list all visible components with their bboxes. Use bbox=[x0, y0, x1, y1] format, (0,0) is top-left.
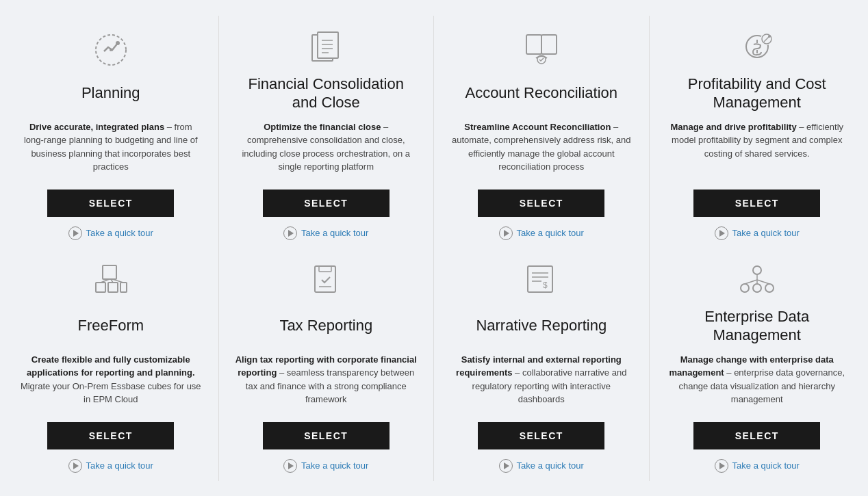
quick-tour-link-profitability[interactable]: Take a quick tour bbox=[715, 226, 800, 240]
card-title-account-reconciliation: Account Reconciliation bbox=[465, 75, 617, 112]
card-desc-financial-consolidation: Optimize the financial close – comprehen… bbox=[234, 120, 419, 179]
play-circle-icon-financial-consolidation bbox=[283, 226, 297, 240]
play-circle-icon-enterprise-data bbox=[715, 459, 728, 473]
svg-point-1 bbox=[116, 41, 120, 45]
card-title-planning: Planning bbox=[81, 75, 140, 112]
quick-tour-link-enterprise-data[interactable]: Take a quick tour bbox=[715, 459, 800, 473]
quick-tour-label-financial-consolidation: Take a quick tour bbox=[301, 228, 368, 238]
freeform-icon bbox=[87, 261, 135, 302]
quick-tour-label-planning: Take a quick tour bbox=[86, 228, 153, 238]
svg-rect-4 bbox=[318, 32, 338, 58]
card-title-profitability: Profitability and Cost Management bbox=[665, 75, 850, 112]
financial-icon bbox=[302, 28, 350, 69]
enterprise-icon bbox=[733, 261, 781, 302]
svg-point-35 bbox=[741, 284, 749, 292]
card-profitability: Profitability and Cost Management Manage… bbox=[650, 16, 865, 248]
svg-rect-27 bbox=[319, 266, 331, 272]
card-title-financial-consolidation: Financial Consolidation and Close bbox=[234, 75, 419, 112]
quick-tour-link-tax-reporting[interactable]: Take a quick tour bbox=[283, 459, 368, 473]
select-button-planning[interactable]: SELECT bbox=[47, 190, 174, 217]
play-triangle-icon-tax-reporting bbox=[288, 462, 294, 469]
svg-line-39 bbox=[745, 280, 757, 284]
card-desc-planning: Drive accurate, integrated plans – from … bbox=[18, 120, 203, 179]
card-enterprise-data: Enterprise Data Management Manage change… bbox=[650, 248, 865, 481]
play-triangle-icon-profitability bbox=[719, 230, 725, 237]
quick-tour-link-account-reconciliation[interactable]: Take a quick tour bbox=[499, 226, 584, 240]
svg-rect-29 bbox=[528, 266, 552, 292]
profitability-icon bbox=[733, 28, 781, 69]
card-account-reconciliation: Account Reconciliation Streamline Accoun… bbox=[434, 16, 650, 248]
play-circle-icon-freeform bbox=[68, 459, 82, 473]
quick-tour-label-narrative-reporting: Take a quick tour bbox=[517, 460, 584, 471]
svg-point-37 bbox=[765, 284, 774, 292]
card-desc-narrative-reporting: Satisfy internal and external reporting … bbox=[449, 353, 634, 411]
svg-point-34 bbox=[753, 266, 761, 274]
card-freeform: FreeForm Create flexible and fully custo… bbox=[3, 248, 219, 481]
card-desc-profitability: Manage and drive profitability – efficie… bbox=[665, 120, 850, 179]
select-button-freeform[interactable]: SELECT bbox=[47, 422, 174, 449]
svg-point-18 bbox=[768, 35, 771, 38]
select-button-profitability[interactable]: SELECT bbox=[693, 190, 820, 217]
svg-rect-21 bbox=[108, 283, 118, 292]
select-button-tax-reporting[interactable]: SELECT bbox=[263, 422, 390, 449]
card-desc-account-reconciliation: Streamline Account Reconciliation – auto… bbox=[449, 120, 634, 179]
play-triangle-icon-financial-consolidation bbox=[288, 230, 294, 237]
quick-tour-link-financial-consolidation[interactable]: Take a quick tour bbox=[283, 226, 368, 240]
svg-point-2 bbox=[110, 49, 112, 51]
svg-rect-26 bbox=[315, 266, 335, 292]
play-triangle-icon-account-reconciliation bbox=[504, 230, 509, 237]
quick-tour-label-tax-reporting: Take a quick tour bbox=[301, 460, 368, 471]
svg-rect-22 bbox=[120, 283, 127, 292]
play-triangle-icon-narrative-reporting bbox=[504, 462, 509, 469]
svg-line-40 bbox=[757, 280, 769, 284]
play-circle-icon-tax-reporting bbox=[283, 459, 297, 473]
product-grid: Planning Drive accurate, integrated plan… bbox=[0, 9, 868, 488]
card-title-freeform: FreeForm bbox=[77, 307, 144, 345]
quick-tour-label-freeform: Take a quick tour bbox=[86, 460, 153, 471]
svg-rect-9 bbox=[526, 35, 541, 54]
select-button-account-reconciliation[interactable]: SELECT bbox=[478, 190, 604, 217]
card-desc-enterprise-data: Manage change with enterprise data manag… bbox=[665, 353, 850, 411]
play-triangle-icon-freeform bbox=[73, 462, 79, 469]
play-triangle-icon-planning bbox=[73, 230, 79, 237]
card-financial-consolidation: Financial Consolidation and Close Optimi… bbox=[219, 16, 435, 248]
play-circle-icon-profitability bbox=[715, 226, 728, 240]
quick-tour-link-planning[interactable]: Take a quick tour bbox=[68, 226, 153, 240]
select-button-narrative-reporting[interactable]: SELECT bbox=[478, 422, 604, 449]
narrative-icon: $ bbox=[518, 261, 565, 302]
reconciliation-icon bbox=[518, 28, 565, 69]
card-planning: Planning Drive accurate, integrated plan… bbox=[3, 16, 219, 248]
card-title-tax-reporting: Tax Reporting bbox=[279, 307, 372, 345]
quick-tour-label-enterprise-data: Take a quick tour bbox=[732, 460, 800, 471]
card-tax-reporting: Tax Reporting Align tax reporting with c… bbox=[219, 248, 435, 481]
svg-rect-19 bbox=[103, 265, 116, 279]
play-triangle-icon-enterprise-data bbox=[719, 462, 725, 469]
card-desc-freeform: Create flexible and fully customizable a… bbox=[18, 353, 203, 411]
quick-tour-link-freeform[interactable]: Take a quick tour bbox=[68, 459, 153, 473]
play-circle-icon-narrative-reporting bbox=[499, 459, 513, 473]
card-desc-tax-reporting: Align tax reporting with corporate finan… bbox=[234, 353, 419, 411]
tax-icon bbox=[302, 261, 350, 302]
svg-text:$: $ bbox=[543, 280, 548, 290]
svg-rect-10 bbox=[541, 35, 557, 54]
card-narrative-reporting: $ Narrative Reporting Satisfy internal a… bbox=[434, 248, 650, 481]
select-button-enterprise-data[interactable]: SELECT bbox=[693, 422, 820, 449]
svg-point-36 bbox=[753, 284, 761, 292]
card-title-narrative-reporting: Narrative Reporting bbox=[476, 307, 607, 345]
quick-tour-label-account-reconciliation: Take a quick tour bbox=[517, 228, 584, 238]
quick-tour-link-narrative-reporting[interactable]: Take a quick tour bbox=[499, 459, 584, 473]
select-button-financial-consolidation[interactable]: SELECT bbox=[263, 190, 390, 217]
svg-rect-20 bbox=[96, 283, 105, 292]
play-circle-icon-account-reconciliation bbox=[499, 226, 513, 240]
play-circle-icon-planning bbox=[68, 226, 82, 240]
planning-icon bbox=[87, 28, 135, 69]
card-title-enterprise-data: Enterprise Data Management bbox=[665, 307, 850, 345]
quick-tour-label-profitability: Take a quick tour bbox=[732, 228, 800, 238]
